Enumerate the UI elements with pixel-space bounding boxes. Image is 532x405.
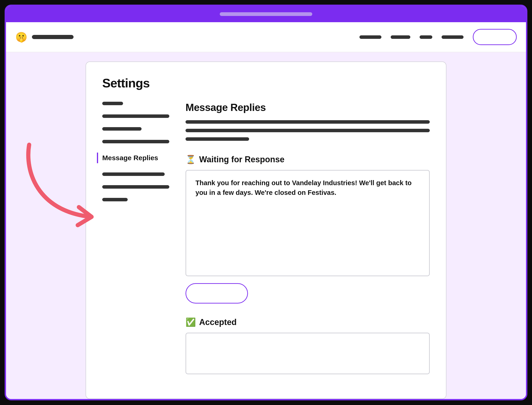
nav-link-4[interactable] bbox=[442, 35, 464, 39]
settings-columns: Message Replies Message Replies ⏳ Waitin bbox=[102, 102, 430, 374]
top-nav: 🤫 bbox=[6, 22, 526, 52]
save-waiting-button[interactable] bbox=[185, 283, 248, 304]
annotation-arrow-icon bbox=[20, 140, 96, 228]
sidebar-item-6[interactable] bbox=[102, 172, 165, 176]
nav-link-1[interactable] bbox=[359, 35, 382, 39]
section-title: Message Replies bbox=[185, 102, 430, 113]
desc-line-3 bbox=[185, 137, 249, 141]
nav-cta-button[interactable] bbox=[473, 29, 517, 45]
subsection-accepted-heading: ✅ Accepted bbox=[185, 317, 430, 327]
accepted-textarea[interactable] bbox=[185, 333, 430, 374]
sidebar-item-8[interactable] bbox=[102, 198, 128, 201]
checkmark-icon: ✅ bbox=[185, 317, 196, 327]
subsection-waiting-label: Waiting for Response bbox=[199, 155, 285, 164]
nav-link-3[interactable] bbox=[420, 35, 432, 39]
sidebar-item-1[interactable] bbox=[102, 102, 123, 105]
desc-line-1 bbox=[185, 120, 430, 124]
sidebar-item-message-replies[interactable]: Message Replies bbox=[97, 153, 172, 163]
hourglass-icon: ⏳ bbox=[185, 155, 196, 164]
page-title: Settings bbox=[102, 76, 430, 90]
nav-links bbox=[359, 29, 517, 45]
brand-name-placeholder bbox=[32, 35, 74, 39]
subsection-waiting-heading: ⏳ Waiting for Response bbox=[185, 155, 430, 164]
desc-line-2 bbox=[185, 129, 430, 132]
settings-main: Message Replies ⏳ Waiting for Response ✅ bbox=[185, 102, 430, 374]
window-handle[interactable] bbox=[220, 12, 312, 16]
waiting-response-textarea[interactable] bbox=[185, 170, 430, 276]
settings-card: Settings Message Replies Message Replies bbox=[86, 61, 446, 399]
nav-link-2[interactable] bbox=[391, 35, 410, 39]
sidebar-item-4[interactable] bbox=[102, 140, 169, 143]
brand[interactable]: 🤫 bbox=[15, 31, 74, 43]
app-window: 🤫 Settings Message Replies bbox=[5, 5, 527, 400]
sidebar-item-2[interactable] bbox=[102, 115, 169, 118]
sidebar-item-7[interactable] bbox=[102, 185, 169, 189]
page-body: Settings Message Replies Message Replies bbox=[6, 52, 526, 399]
brand-emoji-icon: 🤫 bbox=[15, 31, 27, 43]
settings-sidebar: Message Replies bbox=[102, 102, 172, 374]
section-description-placeholder bbox=[185, 120, 430, 141]
sidebar-item-3[interactable] bbox=[102, 127, 142, 131]
subsection-accepted-label: Accepted bbox=[199, 317, 237, 327]
window-titlebar bbox=[6, 6, 526, 22]
